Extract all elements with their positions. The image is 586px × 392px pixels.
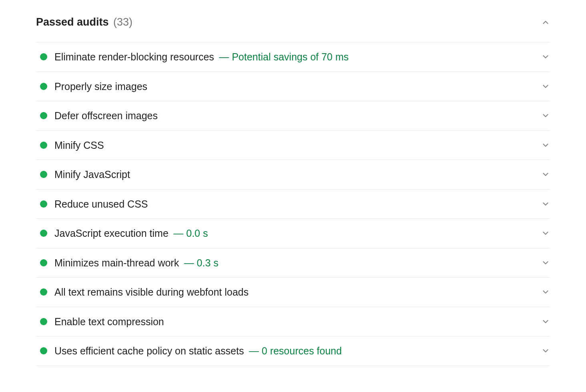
audit-detail: — 0.3 s (184, 257, 219, 268)
audit-title: Properly size images (54, 81, 147, 92)
audit-title: Eliminate render-blocking resources (54, 51, 214, 62)
chevron-down-icon (541, 317, 550, 326)
chevron-down-icon (541, 200, 550, 208)
audit-title: Minimizes main-thread work (54, 257, 179, 268)
audit-text: All text remains visible during webfont … (54, 286, 249, 299)
pass-circle-icon (40, 230, 47, 237)
audit-left: Minify CSS (40, 139, 104, 152)
pass-circle-icon (40, 288, 47, 296)
audit-text: JavaScript execution time — 0.0 s (54, 227, 208, 240)
audit-text: Minify CSS (54, 139, 104, 152)
audit-row[interactable]: All text remains visible during webfont … (36, 277, 550, 307)
chevron-down-icon (541, 170, 550, 179)
chevron-down-icon (541, 111, 550, 120)
audit-text: Properly size images (54, 80, 147, 93)
audit-left: Minimizes main-thread work — 0.3 s (40, 256, 219, 270)
audit-title: Uses efficient cache policy on static as… (54, 345, 244, 356)
audit-detail: — 0.0 s (173, 228, 208, 239)
chevron-down-icon (541, 288, 550, 296)
chevron-down-icon (541, 258, 550, 267)
pass-circle-icon (40, 259, 47, 266)
passed-audits-title: Passed audits (33) (36, 16, 132, 28)
audit-row[interactable]: Eliminate render-blocking resources — Po… (36, 42, 550, 72)
audit-detail: — 0 resources found (249, 345, 342, 356)
audit-left: Uses efficient cache policy on static as… (40, 344, 342, 358)
audit-row[interactable]: Enable text compression (36, 307, 550, 336)
audit-row[interactable]: Minimizes main-thread work — 0.3 s (36, 248, 550, 278)
chevron-down-icon (541, 229, 550, 238)
audit-text: Uses efficient cache policy on static as… (54, 344, 342, 358)
audit-title: JavaScript execution time (54, 228, 169, 239)
audit-row[interactable]: JavaScript execution time — 0.0 s (36, 218, 550, 248)
pass-circle-icon (40, 171, 47, 178)
audit-text: Defer offscreen images (54, 109, 158, 122)
audit-row[interactable]: Minify JavaScript (36, 160, 550, 189)
audit-left: Defer offscreen images (40, 109, 158, 122)
pass-circle-icon (40, 347, 47, 354)
pass-circle-icon (40, 53, 47, 60)
passed-audits-header[interactable]: Passed audits (33) (36, 16, 550, 42)
chevron-down-icon (541, 82, 550, 91)
chevron-up-icon (541, 18, 550, 27)
audit-row[interactable]: Reduce unused CSS (36, 189, 550, 219)
audit-list: Eliminate render-blocking resources — Po… (36, 42, 550, 366)
audit-detail: — Potential savings of 70 ms (219, 51, 349, 62)
pass-circle-icon (40, 200, 47, 208)
audit-row[interactable]: Minify CSS (36, 130, 550, 160)
audit-title: Reduce unused CSS (54, 198, 148, 210)
audit-title: Defer offscreen images (54, 110, 158, 121)
audit-row[interactable]: Defer offscreen images (36, 101, 550, 130)
chevron-down-icon (541, 141, 550, 150)
passed-audits-count: (33) (113, 16, 132, 28)
pass-circle-icon (40, 112, 47, 119)
audit-text: Eliminate render-blocking resources — Po… (54, 50, 349, 64)
audit-text: Reduce unused CSS (54, 198, 148, 211)
audit-left: Properly size images (40, 80, 147, 93)
pass-circle-icon (40, 142, 47, 149)
audit-text: Enable text compression (54, 315, 164, 328)
passed-audits-label: Passed audits (36, 16, 109, 28)
audit-left: Eliminate render-blocking resources — Po… (40, 50, 349, 64)
audit-title: Enable text compression (54, 316, 164, 327)
audit-row[interactable]: Properly size images (36, 72, 550, 101)
audit-text: Minimizes main-thread work — 0.3 s (54, 256, 219, 270)
audit-left: All text remains visible during webfont … (40, 286, 249, 299)
audit-row[interactable]: Uses efficient cache policy on static as… (36, 336, 550, 366)
audit-left: JavaScript execution time — 0.0 s (40, 227, 208, 240)
pass-circle-icon (40, 318, 47, 325)
audit-left: Enable text compression (40, 315, 164, 328)
pass-circle-icon (40, 83, 47, 90)
audit-left: Reduce unused CSS (40, 198, 148, 211)
audit-title: Minify JavaScript (54, 169, 130, 180)
audit-title: Minify CSS (54, 140, 104, 151)
audit-left: Minify JavaScript (40, 168, 130, 181)
audit-text: Minify JavaScript (54, 168, 130, 181)
chevron-down-icon (541, 346, 550, 355)
chevron-down-icon (541, 52, 550, 61)
audit-title: All text remains visible during webfont … (54, 286, 249, 298)
